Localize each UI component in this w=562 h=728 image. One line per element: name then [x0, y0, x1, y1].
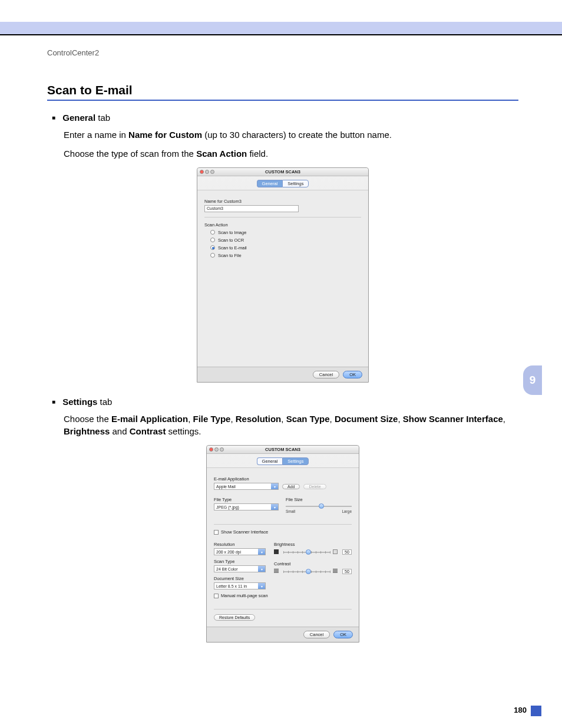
- settings-rest: tab: [97, 397, 112, 407]
- page-number: 180: [514, 706, 527, 714]
- file-size-large-label: Large: [342, 509, 352, 513]
- checkbox-icon: [214, 594, 219, 598]
- chevron-updown-icon: ▾: [271, 483, 278, 489]
- file-type-label: File Type: [214, 497, 280, 502]
- settings-bold: Settings: [62, 397, 97, 407]
- zoom-icon[interactable]: [220, 447, 224, 452]
- radio-label: Scan to E-mail: [218, 245, 247, 251]
- t: ,: [188, 414, 193, 424]
- ok-button[interactable]: OK: [343, 371, 362, 378]
- breadcrumb: ControlCenter2: [47, 48, 518, 57]
- scan-type-label: Scan Type: [214, 559, 268, 564]
- t: ,: [330, 414, 335, 424]
- cancel-button[interactable]: Cancel: [303, 631, 330, 638]
- name-for-custom-input[interactable]: Custom3: [204, 205, 299, 212]
- general-rest: tab: [95, 113, 110, 123]
- tb: E-mail Application: [111, 414, 188, 424]
- chapter-tab: 9: [523, 365, 542, 395]
- manual-multi-page-checkbox[interactable]: Manual multi-page scan: [214, 593, 352, 598]
- close-icon[interactable]: [209, 447, 213, 452]
- radio-scan-to-ocr[interactable]: Scan to OCR: [210, 238, 361, 243]
- minimize-icon[interactable]: [214, 447, 219, 452]
- contrast-label: Contrast: [274, 561, 352, 566]
- window-title: CUSTOM SCAN3: [207, 446, 359, 454]
- general-bold: General: [62, 113, 95, 123]
- add-button[interactable]: Add: [282, 484, 300, 489]
- text: (up to 30 characters) to create the butt…: [202, 130, 392, 140]
- tab-general[interactable]: General: [257, 457, 283, 465]
- window-controls: [200, 170, 214, 174]
- contrast-low-icon: [274, 569, 279, 574]
- scan-action-label: Scan Action: [204, 222, 361, 228]
- window-controls: [209, 447, 224, 452]
- contrast-high-icon: [333, 569, 338, 574]
- t: Choose the: [64, 414, 111, 424]
- tb: Document Size: [335, 414, 398, 424]
- document-size-dropdown[interactable]: Letter 8.5 x 11 in ▾: [214, 582, 266, 589]
- email-app-label: E-mail Application: [214, 476, 352, 482]
- tb: File Type: [193, 414, 231, 424]
- zoom-icon[interactable]: [210, 170, 214, 174]
- scan-type-dropdown[interactable]: 24 Bit Color ▾: [214, 565, 266, 572]
- brightness-low-icon: [274, 549, 279, 554]
- email-app-dropdown[interactable]: Apple Mail ▾: [214, 483, 279, 490]
- chevron-updown-icon: ▾: [258, 549, 265, 555]
- file-type-dropdown[interactable]: JPEG (*.jpg) ▾: [214, 503, 279, 510]
- tb: Scan Type: [286, 414, 330, 424]
- t: ,: [398, 414, 402, 424]
- chevron-updown-icon: ▾: [271, 504, 278, 510]
- window-title-text: CUSTOM SCAN3: [265, 447, 300, 452]
- file-size-label: File Size: [286, 497, 352, 502]
- custom-scan-settings-window: CUSTOM SCAN3 General Settings E-mail App…: [206, 445, 359, 643]
- tab-settings[interactable]: Settings: [282, 457, 309, 465]
- document-size-label: Document Size: [214, 576, 268, 581]
- cancel-button[interactable]: Cancel: [313, 371, 339, 378]
- brightness-high-icon: [333, 549, 338, 554]
- delete-button[interactable]: Delete: [303, 484, 326, 489]
- show-scanner-interface-checkbox[interactable]: Show Scanner Interface: [214, 529, 352, 535]
- text-bold: Name for Custom: [128, 130, 202, 140]
- radio-scan-to-email[interactable]: Scan to E-mail: [210, 245, 361, 251]
- text-bold: Scan Action: [196, 149, 247, 159]
- dropdown-value: JPEG (*.jpg): [216, 505, 239, 509]
- tab-settings[interactable]: Settings: [282, 180, 309, 187]
- brightness-label: Brightness: [274, 542, 352, 547]
- radio-scan-to-image[interactable]: Scan to Image: [210, 230, 361, 235]
- tb: Resolution: [236, 414, 282, 424]
- chevron-updown-icon: ▾: [258, 566, 265, 572]
- ok-button[interactable]: OK: [333, 631, 353, 638]
- dropdown-value: 200 x 200 dpi: [216, 550, 241, 554]
- dropdown-value: Apple Mail: [216, 485, 236, 489]
- tab-general[interactable]: General: [257, 180, 283, 187]
- file-size-small-label: Small: [286, 509, 295, 513]
- file-size-slider[interactable]: [286, 503, 352, 509]
- restore-defaults-button[interactable]: Restore Defaults: [214, 614, 255, 621]
- chevron-updown-icon: ▾: [258, 583, 265, 589]
- checkbox-label: Show Scanner Interface: [221, 529, 268, 535]
- contrast-value[interactable]: 50: [342, 569, 352, 574]
- brightness-slider[interactable]: [283, 549, 330, 555]
- checkbox-label: Manual multi-page scan: [221, 593, 268, 598]
- name-for-custom-label: Name for Custom3: [204, 199, 361, 204]
- radio-label: Scan to OCR: [218, 238, 244, 243]
- dropdown-value: Letter 8.5 x 11 in: [216, 584, 247, 588]
- t: and: [110, 426, 129, 436]
- general-line1: Enter a name in Name for Custom (up to 3…: [64, 129, 518, 141]
- tb: Contrast: [130, 426, 166, 436]
- brightness-value[interactable]: 50: [342, 549, 352, 555]
- general-line2: Choose the type of scan from the Scan Ac…: [64, 147, 518, 160]
- t: settings.: [166, 426, 201, 436]
- t: ,: [230, 414, 235, 424]
- minimize-icon[interactable]: [205, 170, 209, 174]
- custom-scan-general-window: CUSTOM SCAN3 General Settings Name for C…: [197, 167, 369, 383]
- t: ,: [281, 414, 286, 424]
- checkbox-icon: [214, 530, 219, 535]
- radio-scan-to-file[interactable]: Scan to File: [210, 253, 361, 258]
- tb: Brightness: [64, 426, 110, 436]
- t: ,: [503, 414, 505, 424]
- contrast-slider[interactable]: [283, 569, 330, 575]
- general-tab-bullet: General tab: [52, 113, 518, 123]
- text: Enter a name in: [64, 130, 128, 140]
- resolution-dropdown[interactable]: 200 x 200 dpi ▾: [214, 548, 266, 555]
- close-icon[interactable]: [200, 170, 204, 174]
